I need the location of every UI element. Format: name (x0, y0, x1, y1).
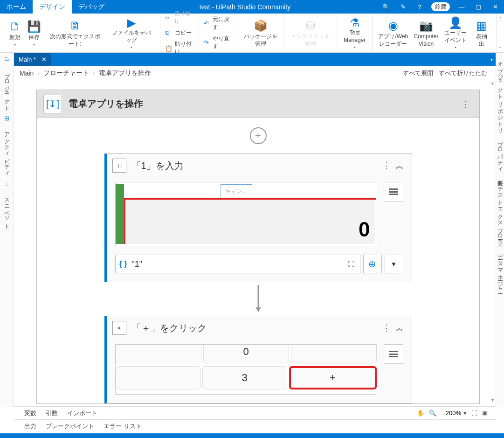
cut-button[interactable]: ✂切り取り (163, 9, 195, 27)
activity-collapse-icon[interactable]: ︽ (393, 321, 406, 334)
brace-icon: { } (119, 260, 127, 268)
designer-footer: 変数 引数 インポート ✋ 🔍 ▾ ⛶ ▣ (14, 406, 496, 419)
sequence-header[interactable]: [↧] 電卓アプリを操作 ⋮ (37, 90, 479, 118)
user-badge[interactable]: 鈴鹿 (431, 2, 450, 11)
undo-button[interactable]: ↶元に戻す (202, 14, 234, 32)
breadcrumb-item[interactable]: フローチャート (43, 69, 89, 77)
fit-screen-icon[interactable]: ⛶ (469, 410, 480, 417)
rail-test-explorer[interactable]: テスト エクスプローラー (495, 181, 504, 245)
expand-all-link[interactable]: すべて展開 (400, 69, 436, 77)
tab-debug[interactable]: デバッグ (72, 0, 111, 14)
target-options-button[interactable] (384, 182, 403, 202)
window-title: test - UiPath Studio Community (111, 0, 379, 14)
breadcrumb-item[interactable]: Main (20, 70, 34, 77)
svg-marker-1 (255, 307, 261, 312)
expression-value: "1" (131, 259, 341, 269)
ribbon-collapse-icon[interactable]: ˄ (497, 45, 504, 52)
arguments-tab[interactable]: 引数 (41, 409, 62, 417)
rail-object-repo[interactable]: オブジェクト リポジトリ (495, 56, 504, 132)
add-activity-button[interactable]: + (250, 127, 267, 144)
activity-collapse-icon[interactable]: ︽ (393, 159, 406, 172)
activity-menu-icon[interactable]: ⋮ (380, 321, 393, 334)
maximize-icon[interactable]: ▢ (471, 0, 485, 14)
output-tab[interactable]: 出力 (20, 422, 41, 431)
target-options-button[interactable] (384, 344, 403, 364)
tab-design[interactable]: デザイン (33, 0, 72, 14)
recorder-button[interactable]: ◉アプリ/Web レコーダー (375, 15, 411, 51)
titlebar: ホーム デザイン デバッグ test - UiPath Studio Commu… (0, 0, 504, 14)
export-button[interactable]: 🗎次の形式でエクスポート: (44, 15, 106, 51)
manage-entities-button[interactable]: ⛁エンティティを 管理 (287, 15, 334, 51)
imports-tab[interactable]: インポート (62, 409, 102, 417)
document-tab-main[interactable]: Main * ✕ (14, 53, 51, 66)
activity-title: 「1」を入力 (132, 160, 184, 172)
sequence-menu-icon[interactable]: ⋮ (458, 98, 473, 110)
new-button[interactable]: 🗋新規▾ (6, 15, 24, 51)
calc-key-plus: + (289, 366, 377, 389)
expression-input[interactable]: { } "1" ⛶ (115, 255, 360, 273)
copy-button[interactable]: ⧉コピー (163, 28, 195, 38)
debug-file-button[interactable]: ▶ファイルをデバッグ▾ (106, 15, 158, 51)
status-bar (0, 433, 504, 438)
expand-expr-icon[interactable]: ⛶ (346, 260, 356, 268)
activity-type-into[interactable]: TI 「1」を入力 ⋮ ︽ キャン... 0 (104, 153, 412, 282)
target-cancel-label: キャン... (221, 184, 252, 198)
overview-icon[interactable]: ▣ (480, 410, 490, 417)
expr-dropdown-icon[interactable]: ▼ (385, 255, 403, 273)
document-tab-label: Main * (19, 56, 36, 63)
target-preview[interactable]: キャン... 0 (115, 182, 377, 246)
cv-button[interactable]: 📷Computer Vision (411, 15, 442, 51)
scroll-up-icon[interactable]: ▴ (491, 80, 494, 88)
rail-data-manager[interactable]: データ マネージャー (495, 248, 504, 292)
sequence-container[interactable]: [↧] 電卓アプリを操作 ⋮ + TI 「1」を入力 ⋮ ︽ (36, 90, 480, 404)
breakpoints-tab[interactable]: ブレークポイント (41, 422, 99, 431)
variables-tab[interactable]: 変数 (20, 409, 41, 417)
sequence-title: 電卓アプリを操作 (69, 97, 143, 110)
ribbon-scroll-right-icon[interactable]: › (497, 14, 504, 21)
help-icon[interactable]: ? (413, 0, 427, 14)
breadcrumb-item[interactable]: 電卓アプリを操作 (99, 69, 151, 77)
project-icon: 🗂 (4, 56, 10, 63)
calc-display-value: 0 (126, 200, 375, 244)
table-extract-button[interactable]: ▦表抽出 (470, 15, 493, 51)
scroll-down-icon[interactable]: ▾ (491, 397, 494, 405)
rail-project[interactable]: プロジェクト (2, 67, 12, 110)
rail-properties[interactable]: プロパティ (495, 135, 504, 172)
close-icon[interactable]: ✕ (488, 0, 502, 14)
zoom-icon[interactable]: 🔍 (427, 410, 439, 417)
redo-button[interactable]: ↷やり直す (202, 34, 234, 51)
rail-outline[interactable]: 概要 (495, 174, 504, 178)
save-button[interactable]: 💾保存▾ (24, 15, 44, 51)
collapse-all-link[interactable]: すべて折りたたむ (436, 69, 490, 77)
zoom-input[interactable] (439, 410, 461, 417)
calc-key-3: 3 (202, 366, 287, 389)
type-into-icon: TI (112, 159, 126, 173)
activity-menu-icon[interactable]: ⋮ (380, 159, 393, 172)
search-icon[interactable]: 🔍 (379, 0, 393, 14)
click-icon: ✴ (112, 321, 126, 335)
target-preview[interactable]: 0 3 + (115, 344, 377, 395)
add-expr-button[interactable]: ⊕ (363, 255, 382, 273)
right-rail: オブジェクト リポジトリ プロパティ 概要 テスト エクスプローラー データ マ… (496, 53, 504, 407)
tab-home[interactable]: ホーム (0, 0, 33, 14)
pan-icon[interactable]: ✋ (414, 410, 427, 417)
calc-key-0: 0 (203, 344, 289, 363)
zoom-dropdown-icon[interactable]: ▾ (461, 410, 469, 417)
designer-canvas: ▴ ▾ [↧] 電卓アプリを操作 ⋮ + TI 「1」を入力 ⋮ (14, 80, 496, 405)
snippets-icon: ≡ (5, 181, 9, 188)
tab-dropdown-icon[interactable]: ▾ (488, 57, 496, 62)
feedback-icon[interactable]: ✎ (396, 0, 410, 14)
close-tab-icon[interactable]: ✕ (41, 56, 47, 63)
rail-snippets[interactable]: スニペット (2, 192, 12, 228)
activity-click[interactable]: ✴ 「＋」をクリック ⋮ ︽ 0 (104, 316, 412, 403)
error-list-tab[interactable]: エラー リスト (99, 422, 146, 431)
app-footer: 出力 ブレークポイント エラー リスト (14, 419, 496, 432)
ribbon: 🗋新規▾ 💾保存▾ 🗎次の形式でエクスポート: ▶ファイルをデバッグ▾ ✂切り取… (0, 14, 504, 53)
user-events-button[interactable]: 👤ユーザー イベント▾ (442, 15, 470, 51)
test-manager-button[interactable]: ⚗Test Manager▾ (340, 15, 369, 51)
breadcrumb: Main› フローチャート› 電卓アプリを操作 (20, 69, 151, 77)
manage-packages-button[interactable]: 📦パッケージを 管理 (240, 15, 281, 51)
minimize-icon[interactable]: — (455, 0, 469, 14)
rail-activities[interactable]: アクティビティ (2, 126, 12, 176)
sequence-icon: [↧] (43, 95, 62, 113)
